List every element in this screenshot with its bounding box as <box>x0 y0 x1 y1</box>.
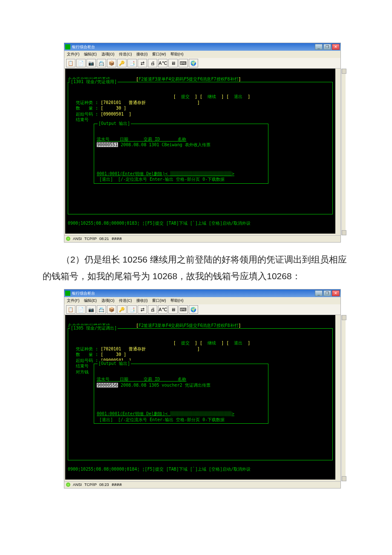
menu-send[interactable]: 传送(C) <box>119 52 132 56</box>
value-qty[interactable]: [ 30 ] <box>101 106 126 110</box>
tool-key-icon[interactable]: 🔑 <box>117 59 127 67</box>
titlebar: 银行综合柜台 _ ❐ ✕ <box>64 43 340 51</box>
status-extra: ฅฅฅฅ <box>112 482 122 488</box>
value-type[interactable]: [7020101 普通存折 <box>101 347 146 351</box>
output-box: [Output 输出] 流水号 日期 交易 ID 名称 90000556 200… <box>94 364 268 424</box>
tool-keyboard-icon[interactable]: ⌨ <box>179 305 188 314</box>
fn-f8: F8补打 <box>225 323 239 328</box>
output-serial[interactable]: 90000556 <box>97 383 118 387</box>
status-proto: ANSI <box>73 483 82 487</box>
tool-font-icon[interactable]: A℃ <box>158 305 167 314</box>
status-time: 08:23 <box>99 483 109 487</box>
window-title: 银行综合柜台 <box>72 291 95 296</box>
bottom-status: 0900¦10255¦08.08¦00000¦0184¦ ¦[F5]提交 [TA… <box>68 467 251 471</box>
connection-indicator-icon <box>66 237 70 241</box>
output-serial[interactable]: 90000551 <box>97 142 118 147</box>
vertical-scrollbar[interactable] <box>341 315 346 481</box>
tool-doc-icon[interactable]: 📄 <box>76 305 86 314</box>
menu-send[interactable]: 传送(C) <box>119 298 132 303</box>
tool-screen-icon[interactable]: 🖥 <box>168 59 178 67</box>
output-footer1: 0001:0001(Enter明细 Del删除)< ░░░░░░░░░░░░░░… <box>97 171 234 176</box>
toolbar: 📋 📄 📷 📇 📦 🔑 📑 ⇄ 🖨 A℃ 🖥 ⌨ 🌍 <box>64 58 340 69</box>
tool-screen-icon[interactable]: 🖥 <box>168 305 178 314</box>
tool-transfer-icon[interactable]: ⇄ <box>138 305 147 314</box>
value-start[interactable]: [09000501 ] <box>101 112 131 116</box>
window-title: 银行综合柜台 <box>72 44 95 50</box>
maximize-button[interactable]: ❐ <box>323 290 331 296</box>
action-submit[interactable]: 提交 <box>181 341 190 345</box>
tool-box-icon[interactable]: 📦 <box>107 305 116 314</box>
menu-options[interactable]: 选项(O) <box>101 52 115 56</box>
output-legend: [Output 输出] <box>98 121 131 127</box>
screenshot-2: 银行综合柜台 _ ❐ ✕ 文件(F) 编辑(E) 选项(O) 传送(C) 接收(… <box>64 289 341 489</box>
tool-transfer-icon[interactable]: ⇄ <box>138 59 147 67</box>
tool-card-icon[interactable]: 📇 <box>97 305 106 314</box>
screenshot-1: 银行综合柜台 _ ❐ ✕ 文件(F) 编辑(E) 选项(O) 传送(C) 接收(… <box>64 43 341 243</box>
close-button[interactable]: ✕ <box>332 290 340 296</box>
fn-f6: F6消息 <box>197 323 211 328</box>
output-row: 2008.08.08 1305 voucher2 凭证调出传票 <box>118 383 210 387</box>
menu-window[interactable]: 窗口(W) <box>152 298 166 303</box>
action-submit[interactable]: 提交 <box>181 94 190 99</box>
tool-paste-icon[interactable]: 📋 <box>66 59 75 67</box>
menu-help[interactable]: 帮助(H) <box>170 298 184 303</box>
output-legend: [Output 输出] <box>98 361 131 367</box>
form-frame: [1305 现金/凭证调出] [ 提交 ] [ 继续 ] [ 退出 ] 凭证种类… <box>68 328 333 460</box>
output-row: 2008.08.08 1301 CBeiwang 表外收入传票 <box>118 142 210 147</box>
tool-globe-icon[interactable]: 🌍 <box>189 305 198 314</box>
minimize-button[interactable]: _ <box>315 290 323 296</box>
tool-camera-icon[interactable]: 📷 <box>86 305 96 314</box>
tool-globe-icon[interactable]: 🌍 <box>189 59 198 67</box>
paragraph-num: （2） <box>61 254 84 264</box>
tool-card-icon[interactable]: 📇 <box>97 59 106 67</box>
trade-code-line: [1305 现金/凭证调出] <box>70 325 118 331</box>
label-type: 凭证种类 <box>76 347 93 351</box>
menu-edit[interactable]: 编辑(E) <box>84 52 97 56</box>
action-exit[interactable]: 退出 <box>234 341 242 345</box>
tool-tabs-icon[interactable]: 📑 <box>127 305 137 314</box>
app-icon <box>65 44 70 49</box>
menu-help[interactable]: 帮助(H) <box>170 52 184 56</box>
tool-camera-icon[interactable]: 📷 <box>86 59 96 67</box>
fn-f6: F6消息 <box>197 77 211 81</box>
output-box: [Output 输出] 流水号 日期 交易 ID 名称 90000551 200… <box>94 124 268 184</box>
connection-indicator-icon <box>66 483 70 487</box>
menu-edit[interactable]: 编辑(E) <box>84 298 97 303</box>
action-exit[interactable]: 退出 <box>234 94 242 99</box>
fn-f7: F7授权 <box>211 323 225 328</box>
tool-print-icon[interactable]: 🖨 <box>148 59 157 67</box>
terminal-screen[interactable]: 永金实创银行模拟系统 [F2签退F3菜单F4交易码F5提交F6消息F7授权F8补… <box>65 69 335 234</box>
action-continue[interactable]: 继续 <box>208 341 216 345</box>
tool-box-icon[interactable]: 📦 <box>107 59 116 67</box>
tool-paste-icon[interactable]: 📋 <box>66 305 75 314</box>
close-button[interactable]: ✕ <box>332 44 340 50</box>
status-extra: ฅฅฅฅ <box>112 236 122 242</box>
status-time: 08:21 <box>99 237 109 241</box>
menu-file[interactable]: 文件(F) <box>67 52 80 56</box>
menu-receive[interactable]: 接收(I) <box>136 298 148 303</box>
terminal-screen[interactable]: 永金实创银行模拟系统 [F2签退F3菜单F4交易码F5提交F6消息F7授权F8补… <box>65 315 335 480</box>
fn-f2: F2签退 <box>138 323 152 328</box>
titlebar: 银行综合柜台 _ ❐ ✕ <box>64 289 340 297</box>
form-frame: [1301 现金/凭证领用] [ 提交 ] [ 继续 ] [ 退出 ] 凭证种类… <box>68 82 333 214</box>
value-type[interactable]: [7020101 普通存折 <box>101 100 146 105</box>
label-end: 结束号 <box>76 117 89 122</box>
tool-doc-icon[interactable]: 📄 <box>76 59 86 67</box>
menu-file[interactable]: 文件(F) <box>67 298 80 303</box>
action-continue[interactable]: 继续 <box>208 94 216 99</box>
maximize-button[interactable]: ❐ <box>323 44 331 50</box>
tool-font-icon[interactable]: A℃ <box>158 59 167 67</box>
trade-code-line: [1301 现金/凭证领用] <box>70 79 118 85</box>
vertical-scrollbar[interactable] <box>341 69 346 235</box>
fn-f7: F7授权 <box>211 77 225 81</box>
tool-tabs-icon[interactable]: 📑 <box>127 59 137 67</box>
tool-key-icon[interactable]: 🔑 <box>117 305 127 314</box>
menu-options[interactable]: 选项(O) <box>101 298 115 303</box>
value-qty[interactable]: [ 30 ] <box>101 352 126 357</box>
output-footer2: [退出] [/-定位流水号 Enter-输出 空格-部分页 0-下载数据 <box>97 177 225 182</box>
minimize-button[interactable]: _ <box>315 44 323 50</box>
menu-receive[interactable]: 接收(I) <box>136 52 148 56</box>
tool-keyboard-icon[interactable]: ⌨ <box>179 59 188 67</box>
menu-window[interactable]: 窗口(W) <box>152 52 166 56</box>
tool-print-icon[interactable]: 🖨 <box>148 305 157 314</box>
